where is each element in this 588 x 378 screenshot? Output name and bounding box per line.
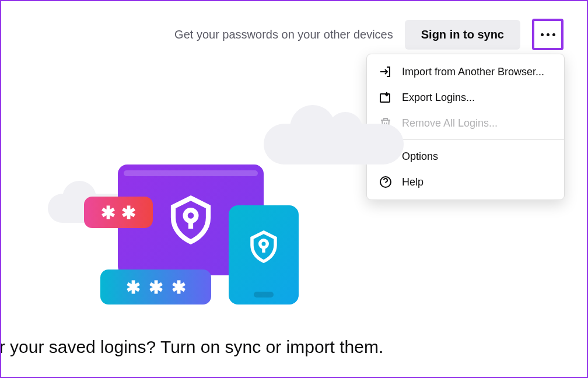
asterisk-icon: ✱ (149, 277, 163, 298)
illustration: ✱ ✱ ✱ ✱ ✱ (48, 130, 310, 316)
asterisk-icon: ✱ (172, 277, 186, 298)
export-icon (379, 90, 393, 104)
menu-item-import[interactable]: Import from Another Browser... (367, 59, 564, 85)
asterisk-icon: ✱ (101, 202, 116, 223)
menu-item-label: Import from Another Browser... (402, 66, 544, 78)
cloud-icon (264, 124, 404, 164)
dots-icon (541, 33, 555, 36)
header-bar: Get your passwords on your other devices… (174, 19, 564, 50)
more-menu-button[interactable] (532, 19, 564, 50)
footer-text: or your saved logins? Turn on sync or im… (0, 337, 383, 357)
lock-icon (164, 194, 217, 246)
lock-icon (246, 229, 281, 264)
menu-item-label: Export Logins... (402, 92, 475, 104)
asterisk-icon: ✱ (121, 202, 136, 223)
menu-item-label: Remove All Logins... (402, 117, 498, 130)
help-icon (379, 175, 393, 189)
prompt-text: Get your passwords on your other devices (174, 28, 393, 41)
dropdown-menu: Import from Another Browser... Export Lo… (366, 54, 565, 200)
asterisk-icon: ✱ (126, 277, 141, 298)
password-pill: ✱ ✱ (84, 197, 153, 228)
menu-item-label: Options (402, 150, 438, 163)
menu-item-label: Help (402, 176, 424, 188)
menu-item-help[interactable]: Help (367, 169, 564, 195)
svg-point-5 (260, 240, 268, 248)
menu-item-export[interactable]: Export Logins... (367, 85, 564, 110)
phone-card (229, 205, 299, 304)
svg-rect-0 (380, 94, 390, 102)
import-icon (379, 65, 393, 79)
svg-point-4 (186, 210, 197, 221)
password-pill: ✱ ✱ ✱ (100, 270, 211, 304)
sign-in-button[interactable]: Sign in to sync (405, 20, 520, 50)
